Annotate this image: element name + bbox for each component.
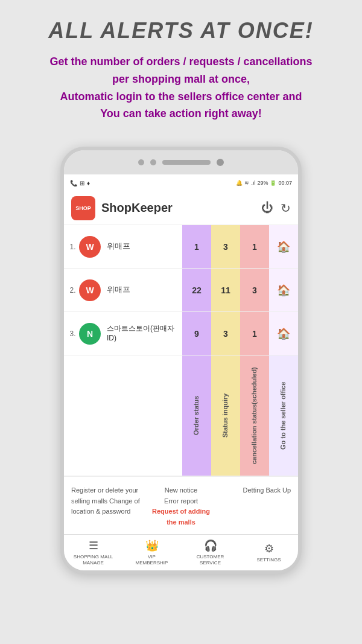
info-left: Register or delete your selling malls Ch… xyxy=(71,485,141,517)
row-icon-2: W xyxy=(79,279,101,301)
header-section: ALL ALERTS AT ONCE! Get the number of or… xyxy=(0,0,362,135)
subtitle-line2: per shopping mall at once, xyxy=(112,73,250,85)
shopping-mall-icon: ☰ xyxy=(89,539,98,552)
phone-dot-1 xyxy=(138,159,144,165)
info-center-line2: Error report xyxy=(164,497,198,505)
bottom-nav: ☰ SHOPPING MALLMANAGE 👑 VIPMEMBERSHIP 🎧 … xyxy=(64,534,298,570)
app-logo: SHOP xyxy=(71,196,95,220)
status-icon-phone: 📞 xyxy=(70,180,77,187)
nav-item-vip[interactable]: 👑 VIPMEMBERSHIP xyxy=(122,535,181,570)
cell-home-3[interactable]: 🏠 xyxy=(269,312,298,355)
phone-speaker xyxy=(162,160,211,165)
status-signal: .ıl xyxy=(251,180,255,186)
app-header-icons: ⏻ ↻ xyxy=(261,201,291,215)
subtitle-line4: You can take action right away! xyxy=(100,107,262,120)
status-bar: 📞 ⊞ ♦ 🔔 ≋ .ıl 29% 🔋 00:07 xyxy=(64,174,298,191)
cell-cancel-3[interactable]: 1 xyxy=(240,312,269,355)
status-right: 🔔 ≋ .ıl 29% 🔋 00:07 xyxy=(236,180,292,186)
vip-icon: 👑 xyxy=(145,539,159,552)
info-center-line1: New notice xyxy=(165,486,197,494)
customer-icon: 🎧 xyxy=(204,539,217,552)
status-battery-pct: 29% xyxy=(257,180,268,186)
cell-cancel-1[interactable]: 1 xyxy=(240,225,269,268)
app-content: 1. W 위매프 1 3 1 🏠 2. W 위매프 22 11 3 🏠 3. xyxy=(64,225,298,534)
cell-inquiry-1[interactable]: 3 xyxy=(211,225,240,268)
cell-home-1[interactable]: 🏠 xyxy=(269,225,298,268)
table-row[interactable]: 1. W 위매프 1 3 1 🏠 xyxy=(64,225,298,269)
status-icon-msg: ⊞ xyxy=(80,180,84,187)
status-time: 00:07 xyxy=(278,180,292,186)
header-spacer xyxy=(64,355,182,476)
col-header-cancellation: cancellation status(scheduled) xyxy=(240,355,269,476)
info-center-line3: Request of adding the malls xyxy=(152,508,210,526)
nav-label-shopping-mall: SHOPPING MALLMANAGE xyxy=(74,554,113,566)
nav-item-settings[interactable]: ⚙ SETTINGS xyxy=(240,535,298,570)
phone-camera xyxy=(217,159,224,166)
nav-label-customer: CUSTOMERSERVICE xyxy=(197,554,224,566)
bottom-info: Register or delete your selling malls Ch… xyxy=(64,476,298,534)
row-num-3: 3. xyxy=(64,312,79,355)
cell-inquiry-2[interactable]: 11 xyxy=(211,269,240,311)
cell-order-3[interactable]: 9 xyxy=(182,312,211,355)
col-header-status-inquiry: Status inquiry xyxy=(211,355,240,476)
phone-dot-2 xyxy=(150,159,156,165)
info-left-text: Register or delete your selling malls Ch… xyxy=(71,486,140,515)
cell-home-2[interactable]: 🏠 xyxy=(269,269,298,311)
col-header-go-to-seller: Go to the seller office xyxy=(269,355,298,476)
subtitle: Get the number of orders / requests / ca… xyxy=(12,53,350,123)
row-num-2: 2. xyxy=(64,269,79,311)
app-title: ShopKeeper xyxy=(101,201,255,215)
row-name-2: 위매프 xyxy=(104,269,182,311)
status-left-icons: 📞 ⊞ ♦ xyxy=(70,180,90,187)
col-header-order-status: Order status xyxy=(182,355,211,476)
cell-order-1[interactable]: 1 xyxy=(182,225,211,268)
nav-item-shopping-mall[interactable]: ☰ SHOPPING MALLMANAGE xyxy=(64,535,122,570)
phone-device: 📞 ⊞ ♦ 🔔 ≋ .ıl 29% 🔋 00:07 SHOP ShopKeepe… xyxy=(60,147,302,573)
app-logo-text: SHOP xyxy=(75,205,91,211)
mall-table: 1. W 위매프 1 3 1 🏠 2. W 위매프 22 11 3 🏠 3. xyxy=(64,225,298,476)
nav-label-settings: SETTINGS xyxy=(256,557,281,563)
cell-order-2[interactable]: 22 xyxy=(182,269,211,311)
main-title: ALL ALERTS AT ONCE! xyxy=(12,18,350,43)
status-wifi: ≋ xyxy=(244,180,249,186)
info-center: New notice Error report Request of addin… xyxy=(147,485,216,528)
refresh-button[interactable]: ↻ xyxy=(281,201,291,215)
column-headers-row: Order status Status inquiry cancellation… xyxy=(64,355,298,476)
status-icon-app: ♦ xyxy=(87,180,90,187)
row-icon-3: N xyxy=(79,323,101,345)
table-row[interactable]: 3. N 스마트스토어(판매자ID) 9 3 1 🏠 xyxy=(64,312,298,355)
status-alarm: 🔔 xyxy=(236,180,243,186)
cell-cancel-2[interactable]: 3 xyxy=(240,269,269,311)
row-num-1: 1. xyxy=(64,225,79,268)
subtitle-line1: Get the number of orders / requests / ca… xyxy=(49,56,312,68)
info-right: Detting Back Up xyxy=(221,485,291,496)
settings-icon: ⚙ xyxy=(264,542,274,555)
status-battery-icon: 🔋 xyxy=(270,180,276,186)
row-icon-1: W xyxy=(79,236,101,258)
power-button[interactable]: ⏻ xyxy=(261,201,273,215)
table-row[interactable]: 2. W 위매프 22 11 3 🏠 xyxy=(64,269,298,312)
row-name-1: 위매프 xyxy=(104,225,182,268)
nav-label-vip: VIPMEMBERSHIP xyxy=(136,554,168,566)
cell-inquiry-3[interactable]: 3 xyxy=(211,312,240,355)
row-name-3: 스마트스토어(판매자ID) xyxy=(104,312,182,355)
app-header: SHOP ShopKeeper ⏻ ↻ xyxy=(64,191,298,225)
subtitle-line3: Automatic login to the sellers office ce… xyxy=(60,91,302,103)
nav-item-customer[interactable]: 🎧 CUSTOMERSERVICE xyxy=(181,535,240,570)
phone-top xyxy=(64,150,298,174)
info-right-text: Detting Back Up xyxy=(243,486,291,494)
